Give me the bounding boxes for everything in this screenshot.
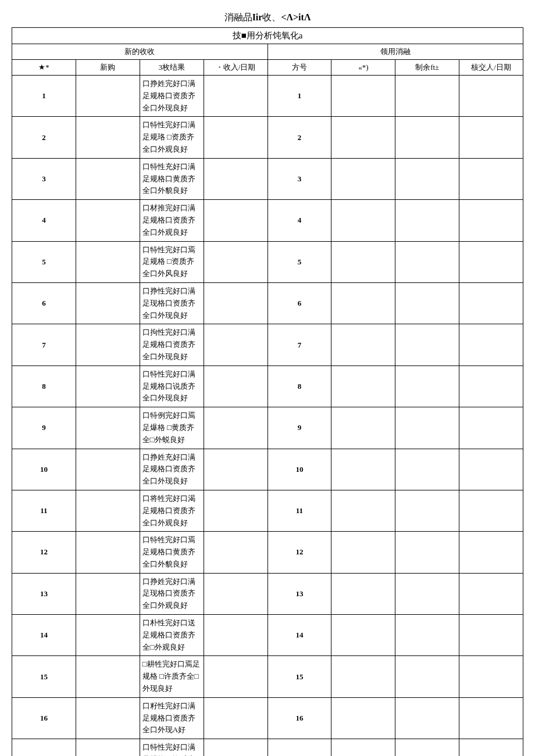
cell-remain[interactable]: [395, 200, 459, 241]
cell-sign[interactable]: [459, 241, 523, 282]
cell-result: 口籽性完好口满足规格口资质齐全口外现A好: [140, 697, 204, 739]
subtitle-rest: 用分析饨氧化a: [247, 31, 303, 40]
cell-new[interactable]: [76, 697, 140, 739]
cell-qty[interactable]: [331, 656, 395, 697]
cell-new[interactable]: [76, 76, 140, 117]
row-seq-right: 4: [268, 200, 331, 241]
cell-remain[interactable]: [395, 532, 459, 573]
cell-new[interactable]: [76, 282, 140, 324]
cell-sign[interactable]: [459, 615, 523, 656]
cell-date-in[interactable]: [204, 573, 268, 614]
cell-sign[interactable]: [459, 200, 523, 241]
cell-date-in[interactable]: [204, 615, 268, 656]
cell-date-in[interactable]: [204, 656, 268, 697]
cell-sign[interactable]: [459, 449, 523, 490]
cell-qty[interactable]: [331, 282, 395, 324]
col-remain: 制余ft±: [395, 60, 459, 76]
cell-remain[interactable]: [395, 366, 459, 407]
cell-qty[interactable]: [331, 117, 395, 158]
cell-remain[interactable]: [395, 615, 459, 656]
cell-date-in[interactable]: [204, 739, 268, 756]
cell-new[interactable]: [76, 158, 140, 199]
cell-remain[interactable]: [395, 76, 459, 117]
row-seq-right: 16: [268, 697, 331, 739]
cell-result: 口材推完好口满足规格口资质齐全口外观良好: [140, 200, 204, 241]
cell-new[interactable]: [76, 656, 140, 697]
cell-result: 口挣性完好口满足现格口资质齐全口外现良好: [140, 282, 204, 324]
cell-date-in[interactable]: [204, 366, 268, 407]
cell-new[interactable]: [76, 407, 140, 449]
cell-sign[interactable]: [459, 490, 523, 531]
cell-remain[interactable]: [395, 573, 459, 614]
cell-new[interactable]: [76, 324, 140, 366]
cell-qty[interactable]: [331, 573, 395, 614]
cell-qty[interactable]: [331, 407, 395, 449]
cell-sign[interactable]: [459, 739, 523, 756]
row-seq-right: 2: [268, 117, 331, 158]
cell-qty[interactable]: [331, 324, 395, 366]
cell-sign[interactable]: [459, 117, 523, 158]
cell-qty[interactable]: [331, 200, 395, 241]
cell-new[interactable]: [76, 532, 140, 573]
cell-new[interactable]: [76, 490, 140, 531]
cell-sign[interactable]: [459, 697, 523, 739]
cell-remain[interactable]: [395, 282, 459, 324]
cell-sign[interactable]: [459, 532, 523, 573]
cell-sign[interactable]: [459, 366, 523, 407]
cell-new[interactable]: [76, 573, 140, 614]
cell-sign[interactable]: [459, 282, 523, 324]
table-subtitle: 技■用分析饨氧化a: [12, 28, 523, 44]
cell-new[interactable]: [76, 241, 140, 282]
cell-date-in[interactable]: [204, 407, 268, 449]
row-seq-right: 11: [268, 490, 331, 531]
cell-qty[interactable]: [331, 739, 395, 756]
cell-date-in[interactable]: [204, 532, 268, 573]
cell-date-in[interactable]: [204, 200, 268, 241]
cell-sign[interactable]: [459, 324, 523, 366]
cell-date-in[interactable]: [204, 241, 268, 282]
cell-remain[interactable]: [395, 158, 459, 199]
cell-new[interactable]: [76, 615, 140, 656]
table-row: 17口特性完好口满足规格口资质齐全□外观良好17: [12, 739, 523, 756]
cell-remain[interactable]: [395, 739, 459, 756]
cell-sign[interactable]: [459, 407, 523, 449]
cell-remain[interactable]: [395, 241, 459, 282]
cell-date-in[interactable]: [204, 282, 268, 324]
row-seq-right: 5: [268, 241, 331, 282]
cell-new[interactable]: [76, 117, 140, 158]
cell-date-in[interactable]: [204, 117, 268, 158]
cell-qty[interactable]: [331, 615, 395, 656]
cell-date-in[interactable]: [204, 697, 268, 739]
cell-sign[interactable]: [459, 573, 523, 614]
cell-qty[interactable]: [331, 366, 395, 407]
cell-sign[interactable]: [459, 76, 523, 117]
section-header-right: 领用消融: [268, 44, 523, 60]
cell-qty[interactable]: [331, 158, 395, 199]
cell-sign[interactable]: [459, 158, 523, 199]
cell-remain[interactable]: [395, 449, 459, 490]
cell-date-in[interactable]: [204, 76, 268, 117]
cell-qty[interactable]: [331, 532, 395, 573]
cell-date-in[interactable]: [204, 449, 268, 490]
cell-qty[interactable]: [331, 241, 395, 282]
cell-new[interactable]: [76, 449, 140, 490]
cell-qty[interactable]: [331, 449, 395, 490]
cell-sign[interactable]: [459, 656, 523, 697]
cell-date-in[interactable]: [204, 158, 268, 199]
cell-remain[interactable]: [395, 490, 459, 531]
cell-new[interactable]: [76, 200, 140, 241]
cell-remain[interactable]: [395, 697, 459, 739]
cell-new[interactable]: [76, 739, 140, 756]
cell-date-in[interactable]: [204, 490, 268, 531]
row-seq-right: 17: [268, 739, 331, 756]
cell-qty[interactable]: [331, 697, 395, 739]
cell-remain[interactable]: [395, 117, 459, 158]
cell-remain[interactable]: [395, 656, 459, 697]
cell-remain[interactable]: [395, 407, 459, 449]
cell-qty[interactable]: [331, 490, 395, 531]
cell-date-in[interactable]: [204, 324, 268, 366]
cell-new[interactable]: [76, 366, 140, 407]
cell-remain[interactable]: [395, 324, 459, 366]
cell-qty[interactable]: [331, 76, 395, 117]
table-row: 10口挣姓充好口满足规格口资质齐全口外现良好10: [12, 449, 523, 490]
